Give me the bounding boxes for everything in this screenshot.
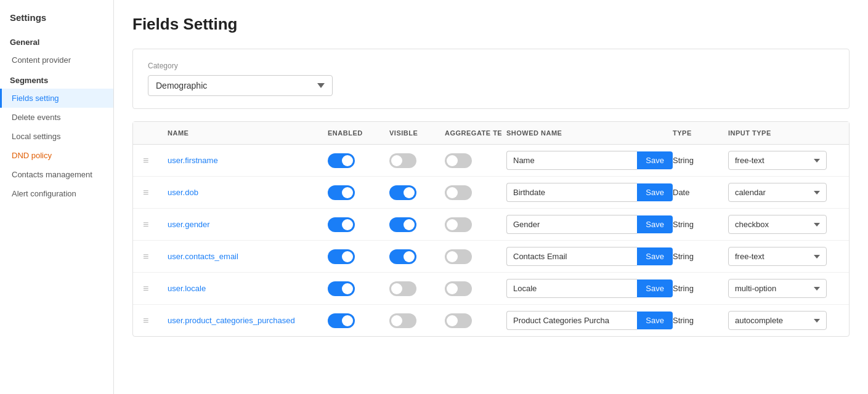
field-name-contacts-email: user.contacts_email: [168, 252, 328, 261]
toggle-aggregate-firstname[interactable]: [445, 153, 506, 168]
col-header-visible: VISIBLE: [389, 129, 445, 137]
toggle-aggregate-gender[interactable]: [445, 217, 506, 232]
showed-name-input-dob[interactable]: [506, 183, 637, 202]
type-firstname: String: [673, 156, 728, 165]
sidebar-title: Settings: [0, 12, 113, 31]
toggle-aggregate-dob[interactable]: [445, 185, 506, 200]
showed-name-cell-contacts-email: Save: [506, 247, 673, 266]
type-gender: String: [673, 220, 728, 229]
showed-name-input-firstname[interactable]: [506, 151, 637, 170]
showed-name-input-locale[interactable]: [506, 279, 637, 298]
showed-name-cell-firstname: Save: [506, 151, 673, 170]
drag-handle-icon[interactable]: ≡: [143, 251, 168, 262]
sidebar-item-local-settings[interactable]: Local settings: [0, 127, 113, 146]
col-header-drag: [143, 129, 168, 137]
input-type-select-gender[interactable]: free-textdropdowncheckboxmulti-optioncal…: [728, 215, 827, 234]
field-name-gender: user.gender: [168, 220, 328, 229]
col-header-name: NAME: [168, 129, 328, 137]
input-type-cell-dob[interactable]: free-textdropdowncheckboxmulti-optioncal…: [728, 183, 839, 202]
showed-name-cell-dob: Save: [506, 183, 673, 202]
showed-name-cell-gender: Save: [506, 215, 673, 234]
col-header-aggregate: AGGREGATE TE: [445, 129, 506, 137]
table-row: ≡ user.product_categories_purchased Save…: [133, 305, 849, 336]
sidebar-item-content-provider[interactable]: Content provider: [0, 50, 113, 70]
sidebar-section-general: General: [0, 31, 113, 50]
input-type-select-contacts-email[interactable]: free-textdropdowncheckboxmulti-optioncal…: [728, 247, 827, 266]
drag-handle-icon[interactable]: ≡: [143, 187, 168, 198]
drag-handle-icon[interactable]: ≡: [143, 155, 168, 166]
table-row: ≡ user.dob Save Date free-textdropdownch…: [133, 177, 849, 209]
field-name-product-categories: user.product_categories_purchased: [168, 316, 328, 325]
main-content: Fields Setting Category Demographic Beha…: [114, 0, 868, 394]
type-locale: String: [673, 284, 728, 293]
toggle-aggregate-product-categories[interactable]: [445, 313, 506, 328]
input-type-select-firstname[interactable]: free-textdropdowncheckboxmulti-optioncal…: [728, 151, 827, 170]
col-header-type: TYPE: [673, 129, 728, 137]
input-type-cell-gender[interactable]: free-textdropdowncheckboxmulti-optioncal…: [728, 215, 839, 234]
sidebar: Settings General Content provider Segmen…: [0, 0, 114, 394]
showed-name-input-product-categories[interactable]: [506, 311, 637, 330]
col-header-showed-name: SHOWED NAME: [506, 129, 673, 137]
drag-handle-icon[interactable]: ≡: [143, 219, 168, 230]
sidebar-item-fields-setting[interactable]: Fields setting: [0, 89, 113, 108]
toggle-enabled-gender[interactable]: [328, 217, 389, 232]
toggle-visible-contacts-email[interactable]: [389, 249, 445, 264]
page-title: Fields Setting: [132, 15, 850, 34]
input-type-cell-firstname[interactable]: free-textdropdowncheckboxmulti-optioncal…: [728, 151, 839, 170]
drag-handle-icon[interactable]: ≡: [143, 315, 168, 326]
sidebar-item-alert-configuration[interactable]: Alert configuration: [0, 184, 113, 203]
input-type-select-locale[interactable]: free-textdropdowncheckboxmulti-optioncal…: [728, 279, 827, 298]
showed-name-input-gender[interactable]: [506, 215, 637, 234]
sidebar-item-contacts-management[interactable]: Contacts management: [0, 165, 113, 184]
type-product-categories: String: [673, 316, 728, 325]
save-button-firstname[interactable]: Save: [637, 151, 673, 169]
toggle-visible-locale[interactable]: [389, 281, 445, 296]
save-button-locale[interactable]: Save: [637, 279, 673, 297]
input-type-cell-locale[interactable]: free-textdropdowncheckboxmulti-optioncal…: [728, 279, 839, 298]
table-row: ≡ user.contacts_email Save String free-t…: [133, 241, 849, 273]
field-name-locale: user.locale: [168, 284, 328, 293]
toggle-enabled-firstname[interactable]: [328, 153, 389, 168]
table-row: ≡ user.gender Save String free-textdropd…: [133, 209, 849, 241]
sidebar-section-segments: Segments: [0, 70, 113, 89]
input-type-cell-contacts-email[interactable]: free-textdropdowncheckboxmulti-optioncal…: [728, 247, 839, 266]
field-name-firstname: user.firstname: [168, 156, 328, 165]
category-section: Category Demographic Behavioral Transact…: [132, 49, 850, 109]
category-select[interactable]: Demographic Behavioral Transactional: [148, 75, 333, 96]
toggle-aggregate-locale[interactable]: [445, 281, 506, 296]
table-row: ≡ user.locale Save String free-textdropd…: [133, 273, 849, 305]
sidebar-item-delete-events[interactable]: Delete events: [0, 108, 113, 127]
toggle-visible-firstname[interactable]: [389, 153, 445, 168]
showed-name-cell-product-categories: Save: [506, 311, 673, 330]
sidebar-item-dnd-policy[interactable]: DND policy: [0, 146, 113, 165]
input-type-cell-product-categories[interactable]: free-textdropdowncheckboxmulti-optioncal…: [728, 311, 839, 330]
col-header-input-type: INPUT TYPE: [728, 129, 839, 137]
showed-name-input-contacts-email[interactable]: [506, 247, 637, 266]
save-button-contacts-email[interactable]: Save: [637, 247, 673, 265]
toggle-aggregate-contacts-email[interactable]: [445, 249, 506, 264]
toggle-enabled-locale[interactable]: [328, 281, 389, 296]
table-header: NAME ENABLED VISIBLE AGGREGATE TE SHOWED…: [133, 122, 849, 145]
save-button-gender[interactable]: Save: [637, 215, 673, 233]
table-row: ≡ user.firstname Save String free-textdr…: [133, 145, 849, 177]
fields-table: NAME ENABLED VISIBLE AGGREGATE TE SHOWED…: [132, 121, 850, 337]
input-type-select-product-categories[interactable]: free-textdropdowncheckboxmulti-optioncal…: [728, 311, 827, 330]
toggle-enabled-product-categories[interactable]: [328, 313, 389, 328]
save-button-product-categories[interactable]: Save: [637, 312, 673, 329]
type-dob: Date: [673, 188, 728, 197]
field-name-dob: user.dob: [168, 188, 328, 197]
save-button-dob[interactable]: Save: [637, 183, 673, 201]
toggle-visible-dob[interactable]: [389, 185, 445, 200]
showed-name-cell-locale: Save: [506, 279, 673, 298]
toggle-visible-product-categories[interactable]: [389, 313, 445, 328]
input-type-select-dob[interactable]: free-textdropdowncheckboxmulti-optioncal…: [728, 183, 827, 202]
col-header-enabled: ENABLED: [328, 129, 389, 137]
toggle-enabled-dob[interactable]: [328, 185, 389, 200]
toggle-visible-gender[interactable]: [389, 217, 445, 232]
drag-handle-icon[interactable]: ≡: [143, 283, 168, 294]
type-contacts-email: String: [673, 252, 728, 261]
toggle-enabled-contacts-email[interactable]: [328, 249, 389, 264]
category-label: Category: [148, 62, 834, 70]
